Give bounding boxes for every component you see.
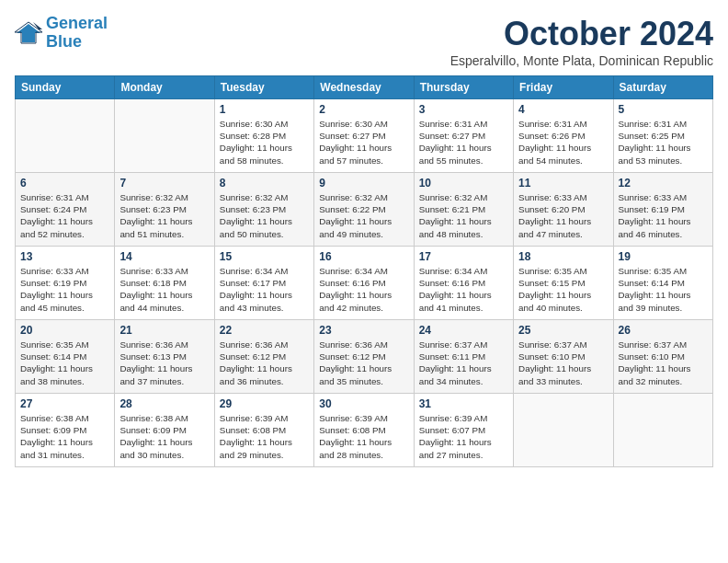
calendar-week-3: 13Sunrise: 6:33 AM Sunset: 6:19 PM Dayli… [16,247,713,320]
day-info: Sunrise: 6:32 AM Sunset: 6:23 PM Dayligh… [119,191,209,240]
day-number: 8 [220,177,309,190]
calendar-cell [16,99,115,173]
day-info: Sunrise: 6:34 AM Sunset: 6:17 PM Dayligh… [220,265,309,314]
day-info: Sunrise: 6:39 AM Sunset: 6:08 PM Dayligh… [220,412,309,461]
weekday-header-wednesday: Wednesday [314,76,414,99]
day-info: Sunrise: 6:32 AM Sunset: 6:23 PM Dayligh… [220,191,309,240]
calendar-cell [613,394,712,467]
logo-icon [15,20,42,46]
day-number: 31 [419,397,508,410]
day-info: Sunrise: 6:37 AM Sunset: 6:10 PM Dayligh… [518,339,608,387]
location: Esperalvillo, Monte Plata, Dominican Rep… [450,53,713,68]
day-number: 3 [419,103,508,116]
calendar-cell: 3Sunrise: 6:31 AM Sunset: 6:27 PM Daylig… [414,99,513,173]
day-number: 27 [20,397,109,410]
calendar-cell: 18Sunrise: 6:35 AM Sunset: 6:15 PM Dayli… [514,247,613,320]
day-info: Sunrise: 6:33 AM Sunset: 6:19 PM Dayligh… [619,191,708,240]
day-number: 20 [20,324,109,337]
page-header: General Blue October 2024 Esperalvillo, … [15,15,713,68]
day-info: Sunrise: 6:31 AM Sunset: 6:27 PM Dayligh… [419,118,508,167]
weekday-header-saturday: Saturday [613,76,712,99]
calendar-cell: 27Sunrise: 6:38 AM Sunset: 6:09 PM Dayli… [16,394,115,467]
day-number: 26 [619,324,708,337]
calendar-table: SundayMondayTuesdayWednesdayThursdayFrid… [15,75,713,467]
day-number: 21 [119,324,209,337]
calendar-cell: 2Sunrise: 6:30 AM Sunset: 6:27 PM Daylig… [314,99,414,173]
calendar-cell: 25Sunrise: 6:37 AM Sunset: 6:10 PM Dayli… [514,320,613,394]
calendar-cell: 7Sunrise: 6:32 AM Sunset: 6:23 PM Daylig… [115,173,214,247]
calendar-week-2: 6Sunrise: 6:31 AM Sunset: 6:24 PM Daylig… [16,173,713,247]
calendar-cell [115,99,214,173]
day-number: 13 [20,250,109,263]
weekday-header-friday: Friday [514,76,613,99]
day-info: Sunrise: 6:31 AM Sunset: 6:24 PM Dayligh… [20,191,109,240]
day-info: Sunrise: 6:39 AM Sunset: 6:07 PM Dayligh… [419,412,508,461]
day-number: 19 [619,250,708,263]
weekday-header-monday: Monday [115,76,214,99]
calendar-cell: 23Sunrise: 6:36 AM Sunset: 6:12 PM Dayli… [314,320,414,394]
calendar-cell: 5Sunrise: 6:31 AM Sunset: 6:25 PM Daylig… [613,99,712,173]
day-info: Sunrise: 6:31 AM Sunset: 6:25 PM Dayligh… [619,118,708,167]
calendar-cell: 13Sunrise: 6:33 AM Sunset: 6:19 PM Dayli… [16,247,115,320]
calendar-cell: 11Sunrise: 6:33 AM Sunset: 6:20 PM Dayli… [514,173,613,247]
calendar-cell: 29Sunrise: 6:39 AM Sunset: 6:08 PM Dayli… [214,394,313,467]
calendar-cell: 14Sunrise: 6:33 AM Sunset: 6:18 PM Dayli… [115,247,214,320]
calendar-cell: 9Sunrise: 6:32 AM Sunset: 6:22 PM Daylig… [314,173,414,247]
day-number: 30 [319,397,408,410]
day-info: Sunrise: 6:36 AM Sunset: 6:12 PM Dayligh… [319,339,408,387]
calendar-cell: 20Sunrise: 6:35 AM Sunset: 6:14 PM Dayli… [16,320,115,394]
calendar-cell: 12Sunrise: 6:33 AM Sunset: 6:19 PM Dayli… [613,173,712,247]
weekday-header-thursday: Thursday [414,76,513,99]
day-info: Sunrise: 6:35 AM Sunset: 6:14 PM Dayligh… [20,339,109,387]
day-info: Sunrise: 6:37 AM Sunset: 6:10 PM Dayligh… [619,339,708,387]
day-number: 2 [319,103,408,116]
calendar-cell: 10Sunrise: 6:32 AM Sunset: 6:21 PM Dayli… [414,173,513,247]
logo-text: General Blue [46,15,108,52]
day-number: 17 [419,250,508,263]
month-title: October 2024 [450,15,713,53]
calendar-cell: 31Sunrise: 6:39 AM Sunset: 6:07 PM Dayli… [414,394,513,467]
calendar-cell: 22Sunrise: 6:36 AM Sunset: 6:12 PM Dayli… [214,320,313,394]
day-info: Sunrise: 6:36 AM Sunset: 6:12 PM Dayligh… [220,339,309,387]
day-info: Sunrise: 6:33 AM Sunset: 6:19 PM Dayligh… [20,265,109,314]
day-info: Sunrise: 6:35 AM Sunset: 6:14 PM Dayligh… [619,265,708,314]
calendar-cell: 30Sunrise: 6:39 AM Sunset: 6:08 PM Dayli… [314,394,414,467]
day-info: Sunrise: 6:30 AM Sunset: 6:27 PM Dayligh… [319,118,408,167]
day-info: Sunrise: 6:38 AM Sunset: 6:09 PM Dayligh… [20,412,109,461]
day-info: Sunrise: 6:32 AM Sunset: 6:22 PM Dayligh… [319,191,408,240]
day-info: Sunrise: 6:39 AM Sunset: 6:08 PM Dayligh… [319,412,408,461]
calendar-week-5: 27Sunrise: 6:38 AM Sunset: 6:09 PM Dayli… [16,394,713,467]
calendar-cell: 28Sunrise: 6:38 AM Sunset: 6:09 PM Dayli… [115,394,214,467]
day-number: 11 [518,177,608,190]
day-info: Sunrise: 6:31 AM Sunset: 6:26 PM Dayligh… [518,118,608,167]
calendar-cell: 1Sunrise: 6:30 AM Sunset: 6:28 PM Daylig… [214,99,313,173]
day-info: Sunrise: 6:34 AM Sunset: 6:16 PM Dayligh… [319,265,408,314]
day-number: 7 [119,177,209,190]
calendar-week-4: 20Sunrise: 6:35 AM Sunset: 6:14 PM Dayli… [16,320,713,394]
title-block: October 2024 Esperalvillo, Monte Plata, … [450,15,713,68]
calendar-cell: 24Sunrise: 6:37 AM Sunset: 6:11 PM Dayli… [414,320,513,394]
calendar-cell: 16Sunrise: 6:34 AM Sunset: 6:16 PM Dayli… [314,247,414,320]
day-number: 23 [319,324,408,337]
calendar-week-1: 1Sunrise: 6:30 AM Sunset: 6:28 PM Daylig… [16,99,713,173]
calendar-cell: 17Sunrise: 6:34 AM Sunset: 6:16 PM Dayli… [414,247,513,320]
day-info: Sunrise: 6:38 AM Sunset: 6:09 PM Dayligh… [119,412,209,461]
day-info: Sunrise: 6:33 AM Sunset: 6:20 PM Dayligh… [518,191,608,240]
calendar-cell: 26Sunrise: 6:37 AM Sunset: 6:10 PM Dayli… [613,320,712,394]
day-number: 24 [419,324,508,337]
day-info: Sunrise: 6:36 AM Sunset: 6:13 PM Dayligh… [119,339,209,387]
day-number: 6 [20,177,109,190]
day-number: 22 [220,324,309,337]
calendar-cell: 8Sunrise: 6:32 AM Sunset: 6:23 PM Daylig… [214,173,313,247]
calendar-cell: 15Sunrise: 6:34 AM Sunset: 6:17 PM Dayli… [214,247,313,320]
calendar-cell: 4Sunrise: 6:31 AM Sunset: 6:26 PM Daylig… [514,99,613,173]
weekday-header-sunday: Sunday [16,76,115,99]
day-number: 12 [619,177,708,190]
day-info: Sunrise: 6:35 AM Sunset: 6:15 PM Dayligh… [518,265,608,314]
day-number: 5 [619,103,708,116]
calendar-cell: 19Sunrise: 6:35 AM Sunset: 6:14 PM Dayli… [613,247,712,320]
day-number: 1 [220,103,309,116]
day-number: 14 [119,250,209,263]
day-info: Sunrise: 6:33 AM Sunset: 6:18 PM Dayligh… [119,265,209,314]
day-info: Sunrise: 6:37 AM Sunset: 6:11 PM Dayligh… [419,339,508,387]
